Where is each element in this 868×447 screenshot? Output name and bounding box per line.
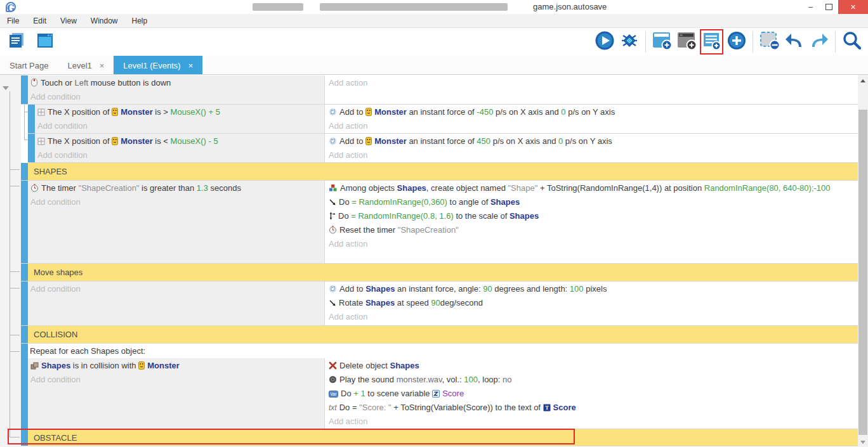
add-condition-placeholder[interactable]: Add condition [30,282,324,296]
event-text: an instant force of [407,107,477,117]
scrollbar-thumb[interactable] [858,110,867,435]
gdevelop-window: G game.json.autosave – × FileEditViewWin… [0,0,868,447]
event-text: = [352,403,359,412]
search-button[interactable] [841,30,863,54]
add-action-placeholder[interactable]: Add action [329,237,858,251]
collapse-arrow-icon[interactable] [3,86,9,90]
comment-row[interactable]: SHAPES [21,163,858,181]
action-line[interactable]: Do = RandomInRange(0.8, 1.6) to the scal… [329,209,858,223]
tree-line [10,91,10,437]
menu-item-edit[interactable]: Edit [26,16,53,25]
minimize-button[interactable]: – [801,0,820,14]
menu-item-view[interactable]: View [53,16,84,25]
comment-row[interactable]: OBSTACLE [21,429,858,446]
comment-label-cell[interactable]: Move shapes [28,264,858,281]
close-button[interactable]: × [838,0,868,14]
add-event-button[interactable] [651,30,673,54]
comment-label-cell[interactable]: OBSTACLE [28,429,858,446]
action-line[interactable]: Delete object Shapes [329,359,858,373]
action-line[interactable]: Add to Shapes an instant force, angle: 9… [329,282,858,296]
add-subevent-button[interactable] [676,30,698,54]
event-text: Shapes [397,183,426,193]
maximize-button[interactable] [820,0,838,14]
menu-item-window[interactable]: Window [84,16,125,25]
tab-close-icon[interactable]: × [100,61,105,70]
tab-level1-events-[interactable]: Level1 (Events)× [114,56,202,75]
event-row[interactable]: The timer "ShapeCreation" is greater tha… [21,181,858,264]
condition-line[interactable]: The X position of Monster is > MouseX() … [37,105,324,119]
redo-button[interactable] [808,30,830,54]
vertical-scrollbar[interactable] [858,75,868,447]
add-condition-placeholder[interactable]: Add condition [30,195,324,209]
add-action-placeholder[interactable]: Add action [329,148,858,162]
menu-item-file[interactable]: File [0,16,26,25]
add-action-placeholder[interactable]: Add action [329,415,858,429]
condition-line[interactable]: The X position of Monster is < MouseX() … [37,134,324,148]
comment-label-cell[interactable]: SHAPES [28,163,858,180]
action-line[interactable]: VarDo + 1 to scene variable Score [329,387,858,401]
comment-row[interactable]: Move shapes [21,264,858,282]
repeat-event-row[interactable]: Repeat for each Shapes object:Shapes is … [21,344,858,429]
action-line[interactable]: txtDo = "Score: " + ToString(Variable(Sc… [329,401,858,415]
tree-line [10,186,20,186]
condition-line[interactable]: The timer "ShapeCreation" is greater tha… [30,181,324,195]
event-text: Shapes [365,298,395,308]
event-text: 90 [431,298,440,308]
comment-label: SHAPES [34,167,67,176]
tab-level1[interactable]: Level1× [58,56,114,75]
action-line[interactable]: Add to Monster an instant force of 450 p… [329,134,858,148]
action-line[interactable]: Reset the timer "ShapeCreation" [329,223,858,237]
project-manager-icon [8,31,27,53]
scene-editor-button[interactable] [34,30,56,54]
add-comment-button-highlighted[interactable] [700,30,723,54]
add-action-placeholder[interactable]: Add action [329,76,858,90]
event-text: monster.wav [397,375,442,384]
add-condition-placeholder[interactable]: Add condition [30,373,324,387]
action-line[interactable]: Add to Monster an instant force of -450 … [329,105,858,119]
menu-item-help[interactable]: Help [125,16,155,25]
comment-label-cell[interactable]: COLLISION [28,326,858,343]
event-selection-bar [21,181,28,263]
shapes-icon [30,362,39,370]
event-row[interactable]: The X position of Monster is > MouseX() … [28,105,858,134]
scroll-up-arrow-icon[interactable] [860,79,865,82]
event-text: deg/second [440,298,483,308]
add-condition-placeholder[interactable]: Add condition [30,90,324,104]
action-line[interactable]: Do = RandomInRange(0,360) to angle of Sh… [329,195,858,209]
add-action-placeholder[interactable]: Add action [329,310,858,324]
event-text: is greater than [139,183,196,193]
condition-line[interactable]: Touch or Left mouse button is down [30,76,324,90]
event-text: p/s on Y axis [563,136,612,146]
action-line[interactable]: Play the sound monster.wav, vol.: 100, l… [329,373,858,387]
redacted-title-text [253,3,303,11]
project-manager-button[interactable] [6,30,28,54]
event-cells: The X position of Monster is < MouseX() … [35,134,858,162]
event-row[interactable]: Add conditionAdd to Shapes an instant fo… [21,282,858,326]
sound-icon [329,375,337,384]
event-text: Monster [374,107,407,117]
debug-button[interactable] [618,30,640,54]
condition-line[interactable]: Shapes is in collision with Monster [30,359,324,373]
tab-close-icon[interactable]: × [188,61,194,70]
toolbar-separator [753,31,753,53]
undo-button[interactable] [783,30,805,54]
var-icon: Var [329,391,338,398]
monster-icon [112,137,118,145]
event-text: The X position of [48,136,112,146]
add-plus-button[interactable] [725,30,747,54]
action-line[interactable]: Rotate Shapes at speed 90deg/second [329,296,858,310]
add-condition-placeholder[interactable]: Add condition [37,119,324,133]
tab-start-page[interactable]: Start Page [0,56,58,75]
add-condition-placeholder[interactable]: Add condition [37,148,324,162]
event-row[interactable]: The X position of Monster is < MouseX() … [28,134,858,163]
play-button[interactable] [593,30,615,54]
event-row[interactable]: Touch or Left mouse button is downAdd co… [21,75,858,105]
comment-row[interactable]: COLLISION [21,326,858,344]
scroll-down-arrow-icon[interactable] [860,441,865,444]
delete-selection-button[interactable] [758,30,780,54]
search-icon [842,30,862,53]
add-action-placeholder[interactable]: Add action [329,119,858,133]
action-line[interactable]: Among objects Shapes, create object name… [329,181,858,195]
restore-icon [825,4,832,10]
event-text: Add to [339,107,365,117]
